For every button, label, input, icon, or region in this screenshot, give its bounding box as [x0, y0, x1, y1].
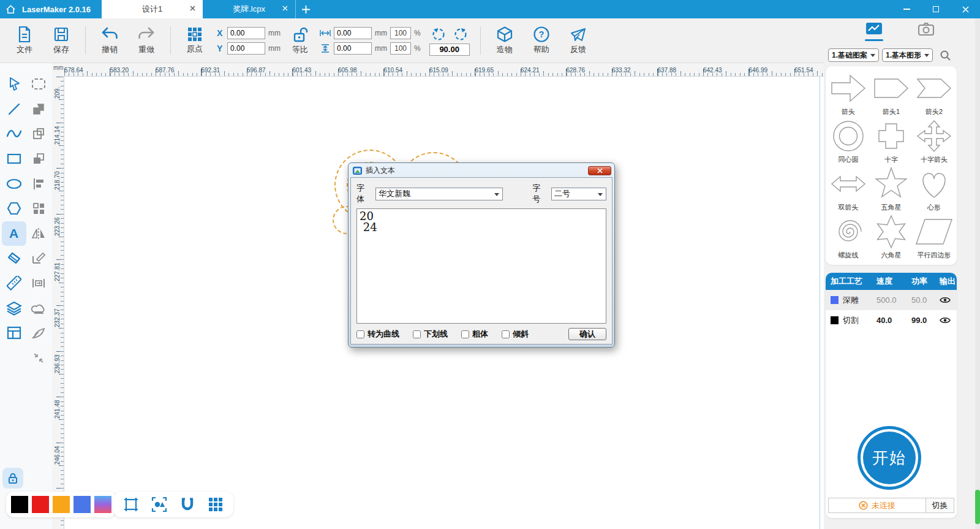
cloud-stamp-tool[interactable] [26, 295, 51, 321]
polygon-tool[interactable] [2, 196, 26, 221]
color-swatch-blue[interactable] [74, 496, 91, 513]
underline-checkbox[interactable] [413, 330, 421, 338]
dialog-close-button[interactable] [588, 166, 611, 175]
shape-heart[interactable]: 心形 [913, 166, 956, 213]
mirror-tool[interactable] [26, 221, 51, 246]
union-tool[interactable] [26, 97, 51, 122]
collapse-panel-button[interactable] [26, 346, 51, 371]
home-button[interactable] [0, 0, 21, 18]
shape-select-icon[interactable] [151, 497, 167, 512]
start-button[interactable]: 开始 [858, 426, 921, 490]
tab-camera[interactable] [918, 22, 935, 41]
eraser-tool[interactable] [2, 246, 26, 271]
grid-icon[interactable] [208, 497, 224, 512]
switch-device-button[interactable]: 切换 [925, 498, 954, 512]
distribute-tool[interactable] [26, 196, 51, 221]
node-edit-tool[interactable] [26, 246, 51, 271]
layers-tool[interactable] [2, 295, 26, 321]
confirm-button[interactable]: 确认 [568, 328, 606, 340]
aspect-lock-button[interactable]: 等比 [284, 26, 316, 55]
color-swatch-gradient[interactable] [94, 496, 111, 513]
marquee-select-tool[interactable] [26, 72, 51, 97]
ruler-tool[interactable] [2, 271, 26, 296]
checkbox-italic[interactable]: 倾斜 [502, 329, 529, 340]
italic-checkbox[interactable] [502, 330, 510, 338]
shape-cross-arrows[interactable]: 十字箭头 [913, 118, 956, 166]
help-button[interactable]: ? 帮助 [523, 26, 560, 55]
tab-close-icon[interactable] [282, 6, 288, 11]
text-tool[interactable]: A [2, 221, 26, 246]
tab-award-lcpx[interactable]: 奖牌.lcpx [203, 0, 296, 18]
scrollbar-thumb[interactable] [975, 490, 980, 524]
layer-color-swatch[interactable] [831, 296, 839, 304]
shape-double-arrow[interactable]: 双箭头 [827, 166, 870, 213]
text-content-area[interactable]: 20 24 [356, 208, 606, 324]
clone-tool[interactable] [26, 121, 51, 147]
file-button[interactable]: 文件 [6, 26, 43, 55]
table-tool[interactable] [2, 321, 26, 346]
maximize-button[interactable] [921, 0, 951, 18]
subtract-tool[interactable] [26, 147, 51, 172]
shape-spiral[interactable]: 螺旋线 [827, 213, 870, 261]
feedback-button[interactable]: 反馈 [560, 26, 597, 55]
rectangle-tool[interactable] [2, 147, 26, 172]
dialog-titlebar[interactable]: 插入文本 [350, 163, 612, 177]
pen-tool[interactable] [26, 321, 51, 346]
width-input[interactable] [334, 27, 372, 39]
checkbox-to-curve[interactable]: 转为曲线 [356, 329, 399, 340]
shape-star6[interactable]: 六角星 [870, 213, 913, 261]
shape-arrow2[interactable]: 箭头2 [913, 70, 956, 118]
close-button[interactable] [951, 0, 980, 18]
checkbox-underline[interactable]: 下划线 [413, 329, 448, 340]
font-select[interactable]: 华文新魏 [375, 188, 503, 200]
height-percent-box[interactable]: 100 [390, 42, 411, 55]
to-curve-checkbox[interactable] [356, 330, 364, 338]
create-button[interactable]: 造物 [486, 26, 523, 55]
magnet-icon[interactable] [179, 497, 195, 512]
origin-button[interactable]: 原点 [176, 26, 213, 55]
category-select[interactable]: 1.基础图案 [828, 48, 879, 62]
panel-scrollbar[interactable] [975, 18, 980, 529]
tab-design1[interactable]: 设计1 [102, 0, 203, 18]
process-row-cut[interactable]: 切割 40.0 99.0 [826, 310, 957, 330]
new-tab-button[interactable] [296, 0, 315, 18]
eye-icon[interactable] [940, 296, 951, 304]
save-button[interactable]: 保存 [43, 26, 80, 55]
x-input[interactable] [227, 27, 265, 39]
checkbox-bold[interactable]: 粗体 [461, 329, 488, 340]
rotate-cw-icon[interactable] [453, 26, 469, 42]
shape-arrow[interactable]: 箭头 [827, 70, 870, 118]
select-tool[interactable] [2, 72, 26, 97]
size-select[interactable]: 二号 [551, 188, 606, 200]
tab-gallery[interactable] [865, 22, 883, 41]
minimize-button[interactable] [892, 0, 921, 18]
tab-close-icon[interactable] [190, 6, 195, 11]
undo-button[interactable]: 撤销 [91, 26, 128, 55]
shape-arrow1[interactable]: 箭头1 [870, 70, 913, 118]
shape-partial[interactable] [870, 261, 913, 265]
spacing-tool[interactable] [26, 271, 51, 296]
y-input[interactable] [227, 42, 265, 55]
line-tool[interactable] [2, 97, 26, 122]
search-icon[interactable] [940, 50, 951, 61]
shape-partial[interactable] [827, 261, 870, 265]
connection-status[interactable]: 未连接 [829, 498, 925, 512]
shape-parallelogram[interactable]: 平行四边形 [913, 213, 956, 261]
height-input[interactable] [334, 42, 372, 55]
color-swatch-red[interactable] [32, 496, 49, 513]
layer-color-swatch[interactable] [831, 316, 839, 324]
frame-tool-icon[interactable] [123, 497, 139, 512]
ellipse-tool[interactable] [2, 171, 26, 196]
color-swatch-orange[interactable] [53, 496, 70, 513]
rotate-angle-input[interactable] [429, 44, 470, 56]
process-row-engrave[interactable]: 深雕 500.0 50.0 [826, 290, 957, 310]
color-swatch-black[interactable] [11, 496, 28, 513]
eye-icon[interactable] [940, 316, 951, 324]
curve-tool[interactable] [2, 121, 26, 147]
bold-checkbox[interactable] [461, 330, 469, 338]
redo-button[interactable]: 重做 [128, 26, 165, 55]
lock-button[interactable] [2, 468, 23, 489]
subcategory-select[interactable]: 1.基本图形 [882, 48, 933, 62]
shape-partial[interactable] [913, 261, 956, 265]
width-percent-box[interactable]: 100 [390, 27, 411, 39]
